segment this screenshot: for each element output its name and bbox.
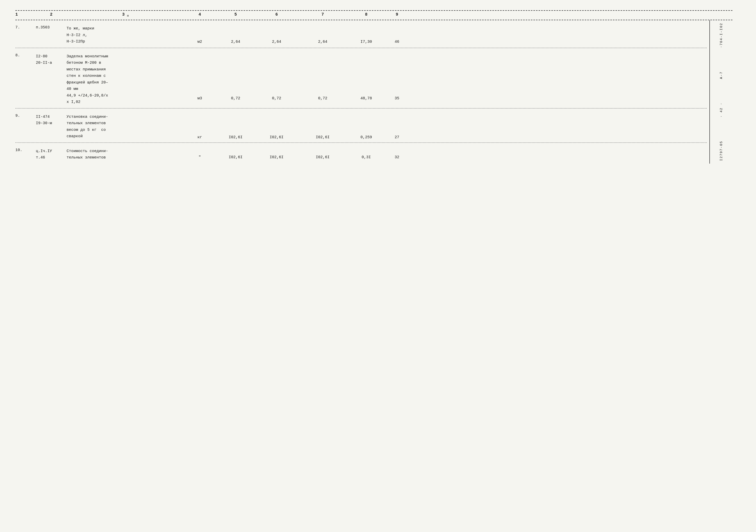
col-header-4: 4: [184, 12, 215, 18]
doc-ref-1: ·704-I-I02: [719, 23, 723, 48]
row8-code: I2-8020-II-а: [36, 53, 67, 66]
doc-ref-2: А-7: [719, 71, 723, 79]
row10-col8: 32: [384, 148, 410, 159]
row7-desc: То же, марки Н-3-I2 л, Н-3-I2Пр: [67, 25, 184, 45]
col-header-5: 5: [215, 12, 256, 18]
row7-col8: 46: [384, 25, 410, 44]
col-num-3-sub: н: [127, 14, 129, 18]
col-num-7: 7: [321, 12, 324, 17]
col-header-6: 6: [256, 12, 297, 18]
row7-col7: I7,30: [348, 25, 384, 44]
row8-col6: 0,72: [297, 53, 348, 101]
col-num-3: 3: [122, 12, 125, 17]
content-wrapper: 7. п.3503 То же, марки Н-3-I2 л, Н-3-I2П…: [15, 20, 732, 164]
main-data: 7. п.3503 То же, марки Н-3-I2 л, Н-3-I2П…: [15, 20, 707, 164]
row8-col5: 0,72: [256, 53, 297, 101]
col-header-3: 3 н: [67, 12, 184, 18]
row9-col8: 27: [384, 114, 410, 140]
row8-num: 8.: [15, 53, 36, 58]
table-row: 7. п.3503 То же, марки Н-3-I2 л, Н-3-I2П…: [15, 20, 707, 48]
row9-col7: 0,259: [348, 114, 384, 140]
col-num-1: 1: [15, 12, 18, 17]
col-header-1: 1: [15, 12, 36, 18]
row9-desc: Установка соедини- тельных элементов вес…: [67, 114, 184, 140]
col-num-5: 5: [234, 12, 237, 17]
row8-unit: м3: [184, 53, 215, 101]
table-row: 9. II-474I9-30-м Установка соедини- тель…: [15, 108, 707, 143]
row10-unit: ": [184, 148, 215, 159]
col-num-2: 2: [50, 12, 52, 17]
row9-col5: I02,6I: [256, 114, 297, 140]
row7-unit: м2: [184, 25, 215, 44]
row7-code: п.3503: [36, 25, 67, 30]
row7-col4: 2,64: [215, 25, 256, 44]
col-num-9: 9: [396, 12, 398, 17]
row9-unit: кг: [184, 114, 215, 140]
doc-ref-4: I2797-05: [719, 141, 723, 161]
row10-col6: I02,6I: [297, 148, 348, 159]
table-row: 10. ц.Iч.IУт.46 Стоимость соедини- тельн…: [15, 143, 707, 164]
row10-desc: Стоимость соедини- тельных элементов: [67, 148, 184, 161]
header-row: 1 2 3 н 4 5 6 7 8 9: [15, 11, 732, 20]
col-header-8: 8: [348, 12, 384, 18]
row10-num: 10.: [15, 148, 36, 152]
row8-col8: 35: [384, 53, 410, 101]
row8-desc: Заделка монолитным бетоном М-200 в места…: [67, 53, 184, 105]
page-container: 1 2 3 н 4 5 6 7 8 9 7: [15, 10, 732, 164]
row10-col5: I02,6I: [256, 148, 297, 159]
row9-col4: I02,6I: [215, 114, 256, 140]
row9-col6: I02,6I: [297, 114, 348, 140]
row10-col7: 0,3I: [348, 148, 384, 159]
row10-col4: I02,6I: [215, 148, 256, 159]
row7-col5: 2,64: [256, 25, 297, 44]
row9-code: II-474I9-30-м: [36, 114, 67, 127]
col-num-4: 4: [199, 12, 201, 17]
row7-num: 7.: [15, 25, 36, 30]
right-panel: ·704-I-I02 А-7 · 42 · I2797-05: [709, 20, 732, 164]
doc-ref-3: · 42 ·: [719, 102, 723, 118]
row9-num: 9.: [15, 114, 36, 118]
col-header-9: 9: [384, 12, 410, 18]
col-header-2: 2: [36, 12, 67, 18]
row10-code: ц.Iч.IУт.46: [36, 148, 67, 161]
row8-col4: 0,72: [215, 53, 256, 101]
col-header-7: 7: [297, 12, 348, 18]
col-num-6: 6: [275, 12, 278, 17]
table-row: 8. I2-8020-II-а Заделка монолитным бетон…: [15, 48, 707, 108]
row8-col7: 48,78: [348, 53, 384, 101]
row7-col6: 2,64: [297, 25, 348, 44]
col-num-8: 8: [365, 12, 367, 17]
